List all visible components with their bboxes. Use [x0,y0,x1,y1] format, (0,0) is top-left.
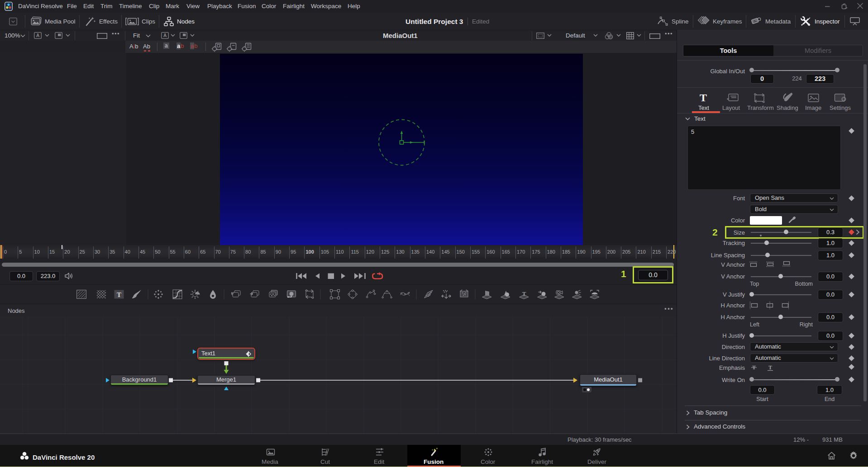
svg-text:T: T [768,364,772,371]
svg-text:A: A [36,33,39,38]
svg-text:T: T [522,290,526,297]
svg-text:T: T [117,291,121,298]
svg-text:A: A [163,33,167,38]
